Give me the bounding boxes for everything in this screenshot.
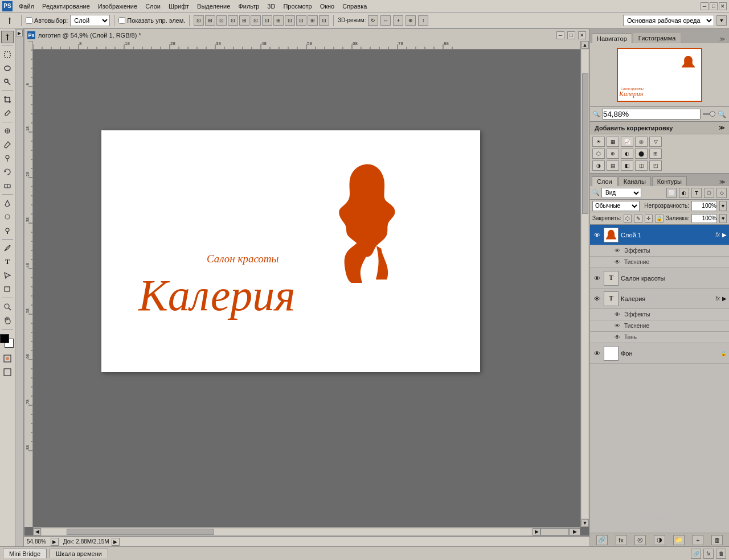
tool-shape[interactable] (1, 283, 14, 295)
new-group-btn[interactable]: 📁 (673, 535, 685, 545)
autofill-checkbox[interactable] (26, 17, 32, 24)
doc-restore-btn[interactable]: □ (567, 31, 575, 39)
close-button[interactable]: ✕ (719, 2, 727, 10)
link-layers-btn[interactable]: 🔗 (596, 535, 608, 545)
distribute-right-btn[interactable]: ⊡ (285, 15, 295, 26)
menu-image[interactable]: Изображение (94, 2, 141, 11)
blend-mode-select[interactable]: Обычные (592, 201, 640, 211)
tool-lasso[interactable] (1, 62, 14, 75)
layer-item-salon[interactable]: 👁 T Салон красоты (590, 268, 729, 289)
menu-layers[interactable]: Слои (141, 2, 165, 11)
layer-vis-sloy1[interactable]: 👁 (592, 230, 601, 240)
navigator-zoom-input[interactable] (602, 109, 701, 120)
menu-filter[interactable]: Фильтр (234, 2, 263, 11)
scroll-down-btn[interactable]: ▼ (581, 519, 589, 527)
adj-levels[interactable]: ▦ (607, 137, 619, 147)
distribute-center-h-btn[interactable]: ⊞ (273, 15, 284, 26)
adj-hsl[interactable]: ⬡ (592, 149, 605, 159)
tool-dodge[interactable] (1, 224, 14, 237)
layer-filter-pixel[interactable]: ⬜ (666, 188, 677, 198)
align-right-btn[interactable]: ⊡ (216, 15, 227, 26)
distribute-bottom-btn[interactable]: ⊡ (319, 15, 329, 26)
align-center-v-btn[interactable]: ⊞ (239, 15, 249, 26)
layer-sub-vis-shadow-kal[interactable]: 👁 (613, 333, 622, 342)
layer-options-kaleria[interactable]: ▶ (722, 295, 727, 302)
tool-paint-bucket[interactable] (1, 197, 14, 209)
v-scroll-thumb[interactable] (582, 73, 588, 214)
layer-filter-smart[interactable]: ◇ (716, 188, 727, 198)
scroll-right-btn[interactable]: ▶ (533, 528, 540, 536)
align-top-btn[interactable]: ⊡ (228, 15, 238, 26)
tool-crop[interactable] (1, 93, 14, 106)
zoom-status-btn[interactable]: ▶ (51, 538, 59, 546)
tool-clone[interactable] (1, 152, 14, 164)
layer-item-fon[interactable]: 👁 Фон 🔒 (590, 343, 729, 364)
layer-filter-select[interactable]: Вид (601, 188, 641, 198)
new-layer-btn[interactable]: + (692, 535, 703, 545)
layer-style-btn[interactable]: fx (616, 535, 627, 545)
restore-button[interactable]: □ (710, 2, 718, 10)
adj-bw[interactable]: ◐ (621, 149, 633, 159)
tab-channels[interactable]: Каналы (619, 176, 651, 186)
navigator-zoom-slider[interactable] (703, 113, 715, 115)
nav-zoom-plus[interactable]: 🔍 (718, 110, 726, 118)
workspace-select[interactable]: Основная рабочая среда (623, 15, 714, 26)
adj-curves[interactable]: 📈 (621, 137, 633, 147)
bottom-trash-btn[interactable]: 🗑 (716, 549, 726, 559)
bottom-link-btn[interactable]: 🔗 (691, 549, 701, 559)
tool-eyedropper[interactable] (1, 107, 14, 120)
layer-item-sloy1[interactable]: 👁 Слой 1 fx ▶ (590, 225, 729, 245)
v-scroll-track[interactable] (582, 50, 588, 518)
3d-btn3[interactable]: + (393, 15, 403, 26)
layer-sub-vis-emb-kal[interactable]: 👁 (613, 322, 622, 331)
doc-close-btn[interactable]: ✕ (578, 31, 586, 39)
3d-btn2[interactable]: ↔ (380, 15, 391, 26)
layer-sub-emb-kal[interactable]: 👁 Тиснение (590, 320, 729, 332)
tool-type[interactable]: T (1, 256, 14, 268)
tool-screen-mode[interactable] (1, 366, 14, 378)
menu-font[interactable]: Шрифт (165, 2, 193, 11)
layers-panel-menu[interactable]: ≫ (717, 178, 727, 186)
distribute-top-btn[interactable]: ⊡ (296, 15, 306, 26)
delete-layer-btn[interactable]: 🗑 (711, 535, 723, 545)
adj-collapse-btn[interactable]: ≫ (719, 125, 724, 131)
align-bottom-btn[interactable]: ⊡ (251, 15, 261, 26)
opacity-arrow[interactable]: ▼ (719, 201, 727, 211)
scroll-up-btn[interactable]: ▲ (581, 41, 589, 49)
tool-pen[interactable] (1, 242, 14, 254)
tab-layers[interactable]: Слои (592, 176, 617, 186)
layer-vis-fon[interactable]: 👁 (592, 349, 601, 358)
menu-help[interactable]: Справка (338, 2, 371, 11)
navigator-zoom-thumb[interactable] (710, 111, 715, 117)
adj-color-balance[interactable]: ⊕ (607, 149, 619, 159)
move-tool-button[interactable] (2, 14, 17, 27)
autofill-select[interactable]: Слой (70, 15, 110, 26)
adj-exposure[interactable]: ◎ (635, 137, 648, 147)
menu-edit[interactable]: Редактирование (38, 2, 94, 11)
align-center-h-btn[interactable]: ⊞ (205, 15, 215, 26)
adj-invert[interactable]: ◑ (592, 160, 605, 171)
menu-select[interactable]: Выделение (193, 2, 234, 11)
foreground-color[interactable] (0, 334, 9, 343)
tool-eraser[interactable] (1, 179, 14, 192)
layer-sub-emboss-sloy1[interactable]: 👁 Тиснение (590, 257, 729, 268)
fill-input[interactable] (691, 214, 717, 223)
adj-posterize[interactable]: ▤ (607, 160, 619, 171)
tool-move[interactable] (1, 31, 14, 43)
layer-filter-shape[interactable]: ⬡ (704, 188, 714, 198)
adj-gradient-map[interactable]: ◫ (635, 160, 648, 171)
v-scrollbar[interactable]: ▲ ▼ (580, 41, 589, 527)
adj-brightness[interactable]: ☀ (592, 137, 605, 147)
h-scroll-thumb[interactable] (67, 529, 214, 535)
layer-filter-adjust[interactable]: ◐ (679, 188, 689, 198)
menu-view[interactable]: Просмотр (279, 2, 316, 11)
workspace-btn[interactable]: ▼ (716, 15, 727, 26)
tool-hand[interactable] (1, 314, 14, 327)
navigator-collapse-btn[interactable]: ≫ (717, 35, 727, 43)
minimize-button[interactable]: ─ (701, 2, 708, 10)
autofill-checkbox-label[interactable]: Автовыбор: (26, 17, 68, 24)
lock-transparent[interactable]: ⬡ (624, 215, 632, 223)
layer-mask-btn[interactable]: ◎ (634, 535, 646, 545)
tool-marquee[interactable] (1, 48, 14, 61)
new-fill-layer-btn[interactable]: ◑ (654, 535, 665, 545)
